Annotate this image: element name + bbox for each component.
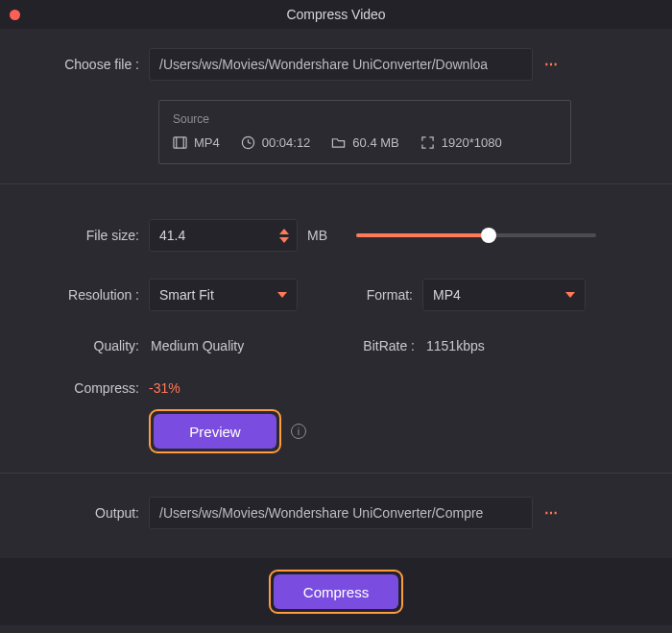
info-icon[interactable]: i (291, 424, 306, 439)
bitrate-value: 1151kbps (426, 338, 485, 353)
choose-file-path[interactable]: /Users/ws/Movies/Wondershare UniConverte… (149, 48, 533, 81)
resolution-select[interactable]: Smart Fit (149, 279, 298, 311)
bottom-bar: Compress (0, 558, 672, 625)
format-label: Format: (336, 287, 422, 303)
preview-button[interactable]: Preview (154, 414, 276, 449)
chevron-down-icon (565, 292, 575, 298)
source-resolution: 1920*1080 (420, 135, 502, 150)
svg-line-5 (248, 143, 251, 144)
file-size-stepper[interactable]: 41.4 (149, 219, 298, 252)
choose-file-section: Choose file : /Users/ws/Movies/Wondersha… (0, 29, 672, 183)
window-title: Compress Video (286, 7, 385, 22)
source-format: MP4 (173, 135, 220, 150)
file-size-unit: MB (307, 228, 327, 243)
output-browse-icon[interactable]: ⋯ (544, 505, 560, 521)
clock-icon (241, 135, 255, 150)
film-icon (173, 135, 187, 150)
preview-highlight: Preview (149, 409, 281, 453)
window-controls (10, 10, 20, 20)
compress-button[interactable]: Compress (274, 574, 398, 609)
svg-rect-0 (174, 137, 186, 148)
chevron-up-icon[interactable] (279, 229, 289, 234)
expand-icon (420, 135, 435, 150)
file-size-slider[interactable] (356, 233, 596, 237)
close-window-button[interactable] (10, 10, 20, 20)
chevron-down-icon[interactable] (279, 237, 289, 243)
source-label: Source (173, 112, 557, 126)
chevron-down-icon (277, 292, 287, 298)
source-info-card: Source MP4 00:04:12 60.4 MB (158, 100, 571, 164)
format-select[interactable]: MP4 (422, 279, 586, 311)
quality-label: Quality: (10, 338, 149, 353)
compress-highlight: Compress (269, 570, 403, 614)
source-size: 60.4 MB (331, 135, 398, 150)
bitrate-label: BitRate : (338, 338, 424, 353)
compress-label: Compress: (10, 380, 149, 396)
titlebar: Compress Video (0, 0, 672, 29)
slider-thumb[interactable] (481, 228, 496, 243)
output-label: Output: (10, 505, 149, 521)
source-duration: 00:04:12 (241, 135, 311, 150)
choose-file-browse-icon[interactable]: ⋯ (544, 57, 560, 72)
folder-icon (331, 135, 346, 150)
choose-file-label: Choose file : (10, 57, 149, 72)
compress-value: -31% (149, 380, 180, 396)
output-path[interactable]: /Users/ws/Movies/Wondershare UniConverte… (149, 497, 533, 529)
quality-value: Medium Quality (151, 338, 300, 353)
file-size-label: File size: (10, 228, 149, 243)
resolution-label: Resolution : (10, 287, 149, 303)
slider-fill (356, 233, 489, 237)
output-section: Output: /Users/ws/Movies/Wondershare Uni… (0, 474, 672, 558)
settings-section: File size: 41.4 MB Resolution : Smart Fi… (0, 184, 672, 473)
